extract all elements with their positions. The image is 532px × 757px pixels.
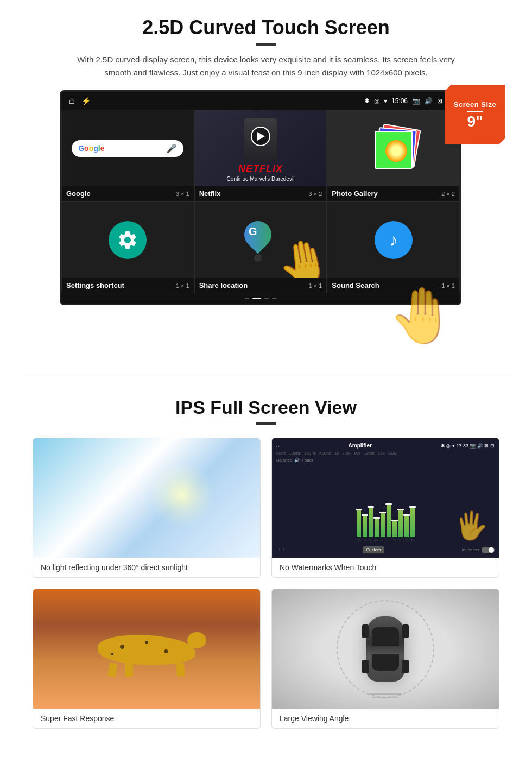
section-curved-title: 2.5D Curved Touch Screen	[33, 16, 499, 39]
amp-top-bar: ⌂ Amplifier ✱ ◎ ▾ 17:33 📷 🔊 ⊠ ⊟	[276, 443, 495, 449]
device-screen: ⌂ ⚡ ✱ ◎ ▾ 15:06 📷 🔊 ⊠ ⊟	[60, 90, 461, 305]
car-bg	[272, 589, 499, 709]
music-note-icon: ♪	[389, 230, 398, 250]
toggle-pill[interactable]	[482, 547, 495, 553]
wifi-icon: ▾	[384, 97, 387, 105]
app-cell-gallery[interactable]: Photo Gallery 2 × 2	[327, 110, 460, 201]
section-curved-description: With 2.5D curved-display screen, this de…	[76, 53, 456, 79]
car-caption: Large Viewing Angle	[272, 709, 499, 728]
maps-pin-wrapper: G	[244, 221, 277, 259]
loudness-label: loudness	[462, 547, 479, 552]
volume-icon: 🔊	[425, 97, 433, 105]
title-divider-2	[256, 422, 276, 425]
eq-bar-2: 0	[363, 515, 367, 542]
amp-status-icons: ✱ ◎ ▾ 17:33 📷 🔊 ⊠ ⊟	[441, 443, 495, 449]
amplifier-image: ⌂ Amplifier ✱ ◎ ▾ 17:33 📷 🔊 ⊠ ⊟ 60hz100h…	[272, 438, 499, 558]
eq-bar-5: 0	[381, 513, 385, 542]
amp-freq-labels: 60hz100hz200hz500hz1k2.5k10k12.5k15kSUB	[276, 451, 495, 456]
gallery-app-size: 2 × 2	[441, 191, 455, 197]
netflix-app-size: 3 × 2	[309, 191, 322, 197]
google-search-bar[interactable]: Google 🎤	[72, 140, 183, 157]
gallery-bg	[327, 110, 459, 186]
gallery-cell-inner	[327, 110, 459, 186]
amp-screen: ⌂ Amplifier ✱ ◎ ▾ 17:33 📷 🔊 ⊠ ⊟ 60hz100h…	[272, 438, 499, 558]
eq-bar-1: 0	[357, 510, 361, 542]
netflix-app-name: Netflix	[199, 190, 221, 198]
toggle-circle	[489, 547, 494, 553]
badge-divider	[467, 111, 483, 112]
app-cell-google[interactable]: Google 🎤 Google 3 × 1	[61, 110, 194, 201]
car-guide-lines	[369, 693, 402, 698]
close-icon[interactable]: ⊠	[437, 97, 442, 105]
maps-g-letter: G	[249, 225, 257, 238]
cheetah-body	[98, 635, 195, 665]
cheetah-figure	[98, 635, 195, 673]
maps-pin	[239, 216, 277, 254]
settings-cell-inner	[62, 202, 194, 278]
image-card-sunlight: No light reflecting under 360° direct su…	[33, 438, 261, 578]
cheetah-leg-1	[107, 663, 118, 677]
google-bg: Google 🎤	[62, 110, 194, 186]
play-triangle-icon	[257, 132, 265, 141]
car-rear-window	[372, 654, 399, 671]
app-cell-sound[interactable]: ♪ Sound Search 1 × 1	[327, 201, 460, 293]
sunlight-image	[33, 438, 260, 558]
google-app-size: 3 × 1	[176, 191, 189, 197]
app-cell-settings[interactable]: Settings shortcut 1 × 1	[61, 201, 194, 293]
netflix-play-button[interactable]	[251, 127, 270, 146]
camera-icon: 📷	[412, 97, 420, 105]
image-card-car: Large Viewing Angle	[271, 589, 499, 729]
bluetooth-icon: ✱	[364, 97, 370, 105]
sunlight-ray	[149, 462, 214, 527]
amp-controls-row: Balance 🔊 Fader	[276, 458, 495, 463]
touch-hand-decoration: 🤚	[33, 283, 456, 348]
app-cell-netflix[interactable]: NETFLIX Continue Marvel's Daredevil Netf…	[194, 110, 327, 201]
google-label-row: Google 3 × 1	[62, 186, 194, 201]
google-logo: Google	[78, 144, 104, 153]
sound-cell-inner: ♪	[327, 202, 459, 278]
eq-bar-3: 0	[369, 507, 373, 542]
image-grid: No light reflecting under 360° direct su…	[33, 438, 499, 729]
google-app-name: Google	[66, 190, 91, 198]
amp-title: Amplifier	[349, 443, 372, 449]
sound-icon-circle: ♪	[375, 221, 413, 259]
section-divider	[22, 375, 510, 375]
amplifier-caption: No Watermarks When Touch	[272, 558, 499, 577]
status-bar: ⌂ ⚡ ✱ ◎ ▾ 15:06 📷 🔊 ⊠ ⊟	[61, 92, 460, 110]
maps-bg: G 🤚	[195, 202, 327, 278]
section-curved-touch: 2.5D Curved Touch Screen With 2.5D curve…	[0, 0, 532, 358]
gallery-stack	[372, 127, 415, 170]
google-cell-inner: Google 🎤	[62, 110, 194, 186]
car-top-view	[366, 616, 404, 682]
eq-bar-9: 0	[404, 515, 409, 542]
amp-custom-button[interactable]: Custom	[363, 546, 384, 553]
sunlight-caption: No light reflecting under 360° direct su…	[33, 558, 260, 577]
eq-bar-4: -1	[375, 518, 379, 542]
app-grid: Google 🎤 Google 3 × 1	[61, 110, 460, 293]
netflix-cell-inner: NETFLIX Continue Marvel's Daredevil	[195, 110, 327, 186]
netflix-logo: NETFLIX	[199, 163, 322, 175]
cheetah-image	[33, 589, 260, 709]
settings-bg	[62, 202, 194, 278]
app-cell-maps[interactable]: G 🤚 Share location 1 × 1	[194, 201, 327, 293]
location-icon: ◎	[374, 97, 379, 105]
usb-icon: ⚡	[81, 97, 91, 105]
sunlight-bg	[33, 438, 260, 558]
maps-cell-inner: G 🤚	[195, 202, 327, 278]
image-card-cheetah: Super Fast Response	[33, 589, 261, 729]
amp-loudness-toggle: loudness	[462, 547, 495, 553]
section-ips: IPS Full Screen View No light reflecting…	[0, 392, 532, 745]
amp-bottom: 〈〈 Custom loudness	[276, 546, 495, 553]
maps-pin-dot	[254, 254, 262, 262]
gallery-app-name: Photo Gallery	[332, 190, 378, 198]
status-time: 15:06	[391, 97, 408, 105]
cheetah-leg-2	[125, 663, 133, 677]
amp-hand-icon: 🖐	[454, 510, 488, 541]
google-mic-icon[interactable]: 🎤	[166, 143, 177, 154]
eq-bar-7: 0	[392, 521, 397, 542]
eq-bar-10: 0	[410, 507, 415, 542]
cheetah-bg	[33, 589, 260, 709]
hand-pointer-icon: 🤚	[274, 234, 326, 278]
gallery-card-3	[375, 131, 413, 169]
home-icon[interactable]: ⌂	[69, 95, 75, 106]
